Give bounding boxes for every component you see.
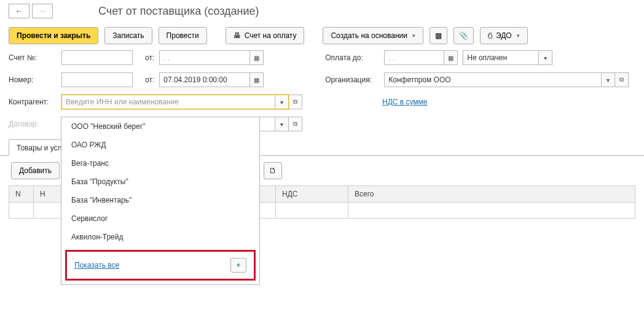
payment-due-input[interactable]: . . ▦ [384, 50, 458, 65]
arrow-left-icon: ← [15, 7, 23, 15]
label-number: Номер: [9, 76, 61, 84]
column-header[interactable]: Всего [348, 186, 635, 203]
attachments-button[interactable]: 📎 [454, 27, 474, 44]
account-no-input[interactable] [61, 50, 133, 65]
kontragent-placeholder: Введите ИНН или наименование [62, 98, 275, 106]
label-account-no: Счет №: [9, 53, 61, 62]
chevron-down-icon: ▾ [412, 33, 415, 39]
payment-status-value: Не оплачен [463, 53, 538, 62]
clip-icon: 📎 [459, 31, 468, 40]
open-icon[interactable]: ⧉ [289, 117, 302, 131]
calendar-icon[interactable]: ▦ [444, 51, 457, 64]
dropdown-item[interactable]: ОАО РЖД [61, 136, 259, 154]
doc-date-value: 07.04.2019 0:00:00 [160, 76, 249, 84]
vat-mode-link[interactable]: НДС в сумме [382, 98, 428, 106]
chevron-down-icon[interactable]: ▾ [538, 51, 552, 64]
kontragent-input[interactable]: Введите ИНН или наименование ▾ [61, 95, 289, 109]
write-button[interactable]: Записать [104, 27, 152, 44]
account-date-value: . . [160, 53, 249, 62]
chevron-down-icon[interactable]: ▾ [275, 95, 288, 109]
post-and-close-button[interactable]: Провести и закрыть [9, 27, 98, 44]
edo-icon: ⎙ [488, 31, 492, 40]
nav-forward-button[interactable]: → [32, 4, 53, 18]
column-header[interactable]: N [9, 186, 34, 203]
invoice-button[interactable]: 🖶 Счет на оплату [226, 27, 305, 44]
open-icon[interactable]: ⧉ [615, 72, 629, 87]
doc-icon: 🗋 [269, 166, 277, 175]
invoice-label: Счет на оплату [245, 31, 297, 40]
org-value: Конфетпром ООО [385, 76, 601, 84]
dropdown-item[interactable]: База "Продукты" [61, 173, 259, 191]
doc-date-input[interactable]: 07.04.2019 0:00:00 ▦ [159, 72, 264, 87]
dropdown-item[interactable]: База "Инвентарь" [61, 191, 259, 209]
account-date-input[interactable]: . . ▦ [159, 50, 264, 65]
fill-button[interactable]: 🗋 [264, 162, 282, 179]
org-select[interactable]: Конфетпром ООО ▾ [384, 72, 615, 87]
payment-status-select[interactable]: Не оплачен ▾ [463, 50, 552, 65]
chevron-down-icon[interactable]: ▾ [601, 73, 615, 87]
column-header[interactable]: НДС [276, 186, 348, 203]
arrow-right-icon: → [39, 7, 46, 15]
nav-back-button[interactable]: ← [9, 4, 29, 18]
label-org: Организация: [325, 76, 384, 84]
show-all-link[interactable]: Показать все [74, 261, 119, 270]
structure-icon: ▦ [435, 31, 442, 40]
label-payment-due: Оплата до: [325, 53, 384, 62]
create-based-button[interactable]: Создать на основании ▾ [323, 27, 423, 44]
page-title: Счет от поставщика (создание) [98, 5, 259, 18]
structure-button[interactable]: ▦ [430, 27, 447, 44]
main-toolbar: Провести и закрыть Записать Провести 🖶 С… [0, 18, 644, 50]
dropdown-item[interactable]: Вега-транс [61, 154, 259, 173]
edo-button[interactable]: ⎙ ЭДО ▾ [480, 27, 528, 44]
dropdown-item[interactable]: Сервислог [61, 209, 259, 228]
label-from-2: от: [145, 76, 154, 84]
dropdown-footer: Показать все + [65, 250, 256, 281]
open-icon[interactable]: ⧉ [289, 95, 302, 109]
label-contract: Договор: [9, 120, 61, 128]
label-kontragent: Контрагент: [9, 98, 61, 106]
chevron-down-icon: ▾ [517, 33, 520, 39]
label-from-1: от: [145, 53, 154, 62]
calendar-icon[interactable]: ▦ [249, 51, 263, 64]
print-icon: 🖶 [234, 31, 241, 40]
calendar-icon[interactable]: ▦ [249, 73, 263, 87]
edo-label: ЭДО [496, 31, 512, 40]
add-new-button[interactable]: + [230, 258, 246, 273]
add-row-button[interactable]: Добавить [11, 162, 60, 179]
dropdown-item[interactable]: ООО "Невский берег" [61, 117, 259, 136]
post-button[interactable]: Провести [159, 27, 207, 44]
kontragent-dropdown: ООО "Невский берег"ОАО РЖДВега-трансБаза… [61, 117, 260, 285]
payment-due-value: . . [385, 53, 444, 62]
chevron-down-icon[interactable]: ▾ [275, 117, 288, 131]
number-input[interactable] [61, 72, 133, 87]
dropdown-item[interactable]: Аквилон-Трейд [61, 228, 259, 246]
create-based-label: Создать на основании [331, 31, 407, 40]
